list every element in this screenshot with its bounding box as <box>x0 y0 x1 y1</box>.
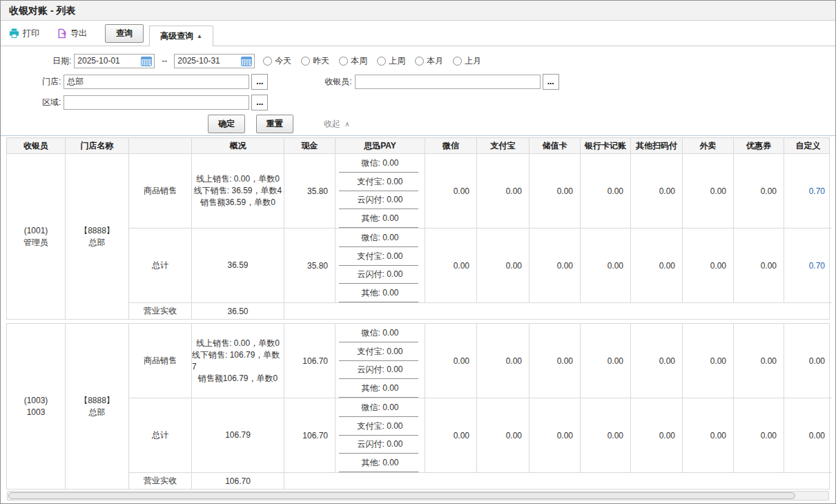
sxpay-subrow: 支付宝: 0.00 <box>336 247 425 266</box>
ellipsis-icon: ... <box>547 77 554 86</box>
value-cell: 0.00 <box>529 229 581 302</box>
collapse-label: 收起 <box>324 119 340 128</box>
quick-range-group: 今天昨天本周上周本月上月 <box>263 55 481 67</box>
net-income-value: 36.50 <box>192 303 284 319</box>
cash-cell: 106.70 <box>284 398 336 472</box>
value-cell[interactable]: 0.70 <box>784 229 832 302</box>
scrollbar-thumb[interactable] <box>8 492 795 499</box>
store-input[interactable] <box>64 75 249 89</box>
reset-button[interactable]: 重置 <box>256 115 293 133</box>
quick-range-radio[interactable]: 昨天 <box>301 55 329 67</box>
store-label: 门店: <box>42 76 61 88</box>
region-input[interactable] <box>64 95 249 110</box>
sxpay-subrow: 其他: 0.00 <box>336 284 425 302</box>
radio-circle-icon <box>377 57 386 66</box>
value-cell[interactable]: 0.70 <box>784 154 832 228</box>
column-header: 概况 <box>192 138 284 153</box>
cashier-picker-button[interactable]: ... <box>543 74 559 90</box>
sxpay-subrow: 云闪付: 0.00 <box>336 361 425 380</box>
value-cell: 0.00 <box>425 154 477 228</box>
export-icon <box>57 28 67 39</box>
column-header: 思迅PAY <box>336 138 425 153</box>
date-label: 日期: <box>52 55 71 67</box>
store-cell: 【8888】总部 <box>66 324 129 489</box>
value-cell: 0.00 <box>734 229 784 302</box>
sxpay-subrow: 微信: 0.00 <box>336 324 425 342</box>
column-header: 优惠券 <box>734 138 784 153</box>
region-label: 区域: <box>42 97 61 108</box>
value-cell: 0.00 <box>529 154 581 228</box>
cashier-group-row: (1003)1003【8888】总部商品销售线上销售: 0.00，单数0线下销售… <box>6 323 830 490</box>
overview-cell: 线上销售: 0.00，单数0线下销售: 106.79，单数7销售额106.79，… <box>192 324 284 398</box>
quick-range-label: 昨天 <box>313 55 329 67</box>
horizontal-scrollbar[interactable] <box>7 491 829 501</box>
sxpay-subrow: 微信: 0.00 <box>336 154 425 173</box>
store-picker-button[interactable]: ... <box>251 74 268 90</box>
cash-cell: 35.80 <box>284 229 336 302</box>
radio-circle-icon <box>339 57 348 66</box>
table-row: 总计106.79106.70微信: 0.00支付宝: 0.00云闪付: 0.00… <box>129 398 832 473</box>
quick-range-label: 今天 <box>275 55 291 67</box>
value-cell: 0.00 <box>477 324 529 398</box>
net-income-filler <box>284 473 832 489</box>
value-cell: 0.00 <box>581 398 631 472</box>
date-to-wrap <box>174 54 255 68</box>
value-cell: 0.00 <box>581 154 631 228</box>
advanced-query-tab[interactable]: 高级查询 ▲ <box>149 26 213 46</box>
value-cell: 0.00 <box>425 229 477 302</box>
quick-range-radio[interactable]: 上周 <box>377 55 405 67</box>
cashier-label: 收银员: <box>324 76 351 88</box>
filter-actions-row: 确定 重置 收起 ∧ <box>1 113 835 135</box>
column-header: 储值卡 <box>529 138 581 153</box>
cash-cell: 106.70 <box>284 324 336 398</box>
table-row: 商品销售线上销售: 0.00，单数0线下销售: 106.79，单数7销售额106… <box>129 324 832 398</box>
sxpay-subrow: 其他: 0.00 <box>336 379 425 398</box>
ellipsis-icon: ... <box>256 77 263 86</box>
export-button[interactable]: 导出 <box>57 28 87 39</box>
collapse-link[interactable]: 收起 ∧ <box>324 118 350 130</box>
quick-range-label: 上周 <box>389 55 405 67</box>
column-header: 银行卡记账 <box>581 138 631 153</box>
value-cell: 0.00 <box>425 398 477 472</box>
app-window: 收银对账 - 列表 打印 导出 查询 高级查询 <box>0 0 836 504</box>
sxpay-cell: 微信: 0.00支付宝: 0.00云闪付: 0.00其他: 0.00 <box>336 154 425 228</box>
overview-cell: 106.79 <box>192 398 284 472</box>
sxpay-subrow: 支付宝: 0.00 <box>336 173 425 191</box>
row-label: 商品销售 <box>129 324 192 398</box>
store-cell: 【8888】总部 <box>66 154 129 319</box>
overview-cell: 线上销售: 0.00，单数0线下销售: 36.59，单数4销售额36.59，单数… <box>192 154 284 228</box>
row-label: 商品销售 <box>129 154 192 228</box>
quick-range-radio[interactable]: 上月 <box>453 55 481 67</box>
page-title: 收银对账 - 列表 <box>1 1 835 21</box>
calendar-icon[interactable] <box>141 56 152 66</box>
value-cell: 0.00 <box>734 154 784 228</box>
column-header: 外卖 <box>683 138 734 153</box>
calendar-icon[interactable] <box>241 56 252 66</box>
region-picker-button[interactable]: ... <box>251 95 268 110</box>
cashier-input[interactable] <box>355 75 541 89</box>
overview-cell: 36.59 <box>192 229 284 302</box>
quick-range-radio[interactable]: 本周 <box>339 55 367 67</box>
value-cell: 0.00 <box>784 398 832 472</box>
confirm-button[interactable]: 确定 <box>208 115 245 133</box>
value-cell: 0.00 <box>529 324 581 398</box>
print-button[interactable]: 打印 <box>9 28 39 39</box>
ellipsis-icon: ... <box>256 97 263 107</box>
column-header <box>129 138 192 153</box>
sxpay-subrow: 云闪付: 0.00 <box>336 266 425 284</box>
value-cell: 0.00 <box>683 154 734 228</box>
advanced-query-panel: 日期: -- <box>1 46 835 135</box>
cashier-cell: (1003)1003 <box>7 324 66 489</box>
query-button[interactable]: 查询 <box>105 24 144 43</box>
column-header: 收银员 <box>7 138 66 153</box>
quick-range-radio[interactable]: 今天 <box>263 55 291 67</box>
column-header: 现金 <box>284 138 336 153</box>
net-income-row: 营业实收36.50 <box>129 303 832 319</box>
sxpay-subrow: 其他: 0.00 <box>336 209 425 228</box>
quick-range-radio[interactable]: 本月 <box>415 55 443 67</box>
value-cell: 0.00 <box>734 398 784 472</box>
cashier-cell: (1001)管理员 <box>7 154 66 319</box>
radio-circle-icon <box>263 57 272 66</box>
radio-circle-icon <box>301 57 310 66</box>
cashier-group-row: (1001)管理员【8888】总部商品销售线上销售: 0.00，单数0线下销售:… <box>6 153 830 320</box>
